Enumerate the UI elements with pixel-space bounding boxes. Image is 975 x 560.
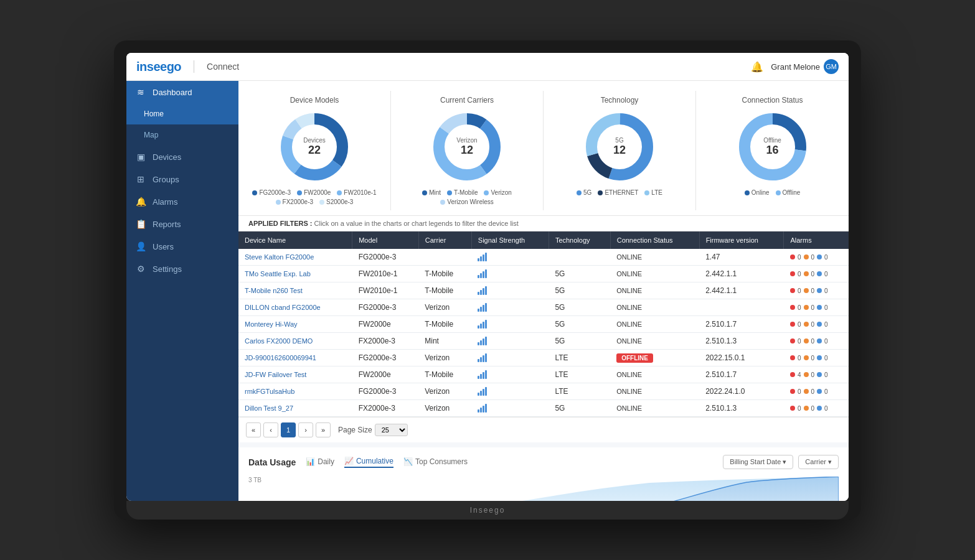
alarm-group: 0 bbox=[804, 338, 815, 345]
connection-legend: Online Offline bbox=[745, 189, 801, 196]
col-signal[interactable]: Signal Strength bbox=[471, 231, 549, 249]
cell-signal bbox=[471, 333, 549, 350]
carrier-filter-btn[interactable]: Carrier ▾ bbox=[798, 455, 839, 469]
device-link-6[interactable]: JD-9900162600069941 bbox=[245, 354, 316, 362]
cell-firmware: 2.442.1.1 bbox=[699, 282, 784, 299]
col-model[interactable]: Model bbox=[352, 231, 419, 249]
status-badge-online: ONLINE bbox=[616, 404, 642, 412]
legend-tmobile[interactable]: T-Mobile bbox=[447, 189, 478, 196]
chart-carriers-title: Current Carriers bbox=[440, 96, 494, 105]
page-1-btn[interactable]: 1 bbox=[281, 422, 296, 437]
laptop-brand: Inseego bbox=[470, 506, 506, 515]
donut-connection: Offline 16 bbox=[735, 110, 810, 184]
billing-start-date-btn[interactable]: Billing Start Date ▾ bbox=[723, 455, 793, 469]
page-size-select[interactable]: 25 50 100 bbox=[375, 424, 408, 436]
user-info: Grant Melone GM bbox=[771, 59, 839, 74]
cell-model: FW2000e bbox=[352, 316, 419, 333]
device-link-9[interactable]: Dillon Test 9_27 bbox=[245, 404, 293, 412]
signal-bars bbox=[478, 404, 542, 413]
page-last-btn[interactable]: » bbox=[316, 422, 331, 437]
cell-technology bbox=[549, 249, 610, 266]
alarm-cell: 000 bbox=[790, 338, 842, 345]
device-link-5[interactable]: Carlos FX2000 DEMO bbox=[245, 337, 313, 345]
cell-carrier: Verizon bbox=[418, 299, 471, 316]
cell-carrier bbox=[418, 249, 471, 266]
signal-bars bbox=[478, 303, 542, 312]
device-link-2[interactable]: T-Mobile n260 Test bbox=[245, 287, 303, 294]
legend-fw2010e1[interactable]: FW2010e-1 bbox=[337, 189, 376, 196]
cell-alarms: 400 bbox=[784, 366, 849, 383]
col-technology[interactable]: Technology bbox=[549, 231, 610, 249]
legend-s2000e3[interactable]: S2000e-3 bbox=[319, 198, 353, 205]
legend-fg2000e3[interactable]: FG2000e-3 bbox=[252, 189, 291, 196]
col-device-name[interactable]: Device Name bbox=[238, 231, 352, 249]
page-prev-btn[interactable]: ‹ bbox=[263, 422, 278, 437]
col-carrier[interactable]: Carrier bbox=[418, 231, 471, 249]
legend-ethernet[interactable]: ETHERNET bbox=[598, 189, 638, 196]
cell-technology: 5G bbox=[549, 299, 610, 316]
legend-verizon[interactable]: Verizon bbox=[484, 189, 511, 196]
legend-lte[interactable]: LTE bbox=[644, 189, 662, 196]
col-connection[interactable]: Connection Status bbox=[610, 231, 699, 249]
device-link-4[interactable]: Monterey Hi-Way bbox=[245, 320, 298, 328]
alarm-group: 0 bbox=[790, 388, 801, 395]
legend-fw2000e[interactable]: FW2000e bbox=[297, 189, 331, 196]
data-usage-title: Data Usage bbox=[248, 457, 296, 467]
cell-carrier: T-Mobile bbox=[418, 266, 471, 282]
legend-offline[interactable]: Offline bbox=[776, 189, 801, 196]
table-row: Steve Kalton FG2000e FG2000e-3 ONLINE 1.… bbox=[238, 249, 849, 266]
cell-signal bbox=[471, 316, 549, 333]
cell-status: ONLINE bbox=[610, 400, 699, 417]
alarm-group: 0 bbox=[817, 254, 828, 261]
sidebar-item-dashboard[interactable]: ≋ Dashboard bbox=[126, 81, 238, 103]
chart-carriers: Current Carriers Verizon bbox=[391, 91, 544, 210]
sidebar-item-devices[interactable]: ▣ Devices bbox=[126, 146, 238, 168]
sidebar-label-dashboard: Dashboard bbox=[153, 88, 192, 97]
col-alarms[interactable]: Alarms bbox=[784, 231, 849, 249]
signal-bars bbox=[478, 253, 542, 261]
device-link-7[interactable]: JD-FW Failover Test bbox=[245, 371, 306, 378]
device-link-8[interactable]: rmkFGTulsaHub bbox=[245, 388, 294, 395]
table-row: DILLON cband FG2000e FG2000e-3 Verizon 5… bbox=[238, 299, 849, 316]
sidebar-item-settings[interactable]: ⚙ Settings bbox=[126, 258, 238, 280]
app-layout: ≋ Dashboard Home Map ▣ Devices ⊞ Groups bbox=[126, 81, 849, 501]
top-consumers-label: Top Consumers bbox=[415, 457, 468, 466]
device-link-0[interactable]: Steve Kalton FG2000e bbox=[245, 253, 314, 261]
sidebar-item-home[interactable]: Home bbox=[126, 103, 238, 124]
tab-cumulative[interactable]: 📈 Cumulative bbox=[344, 457, 393, 468]
tab-daily[interactable]: 📊 Daily bbox=[306, 457, 334, 467]
col-firmware[interactable]: Firmware version bbox=[699, 231, 784, 249]
area-chart bbox=[270, 477, 839, 501]
device-link-1[interactable]: TMo Seattle Exp. Lab bbox=[245, 270, 311, 278]
page-next-btn[interactable]: › bbox=[298, 422, 313, 437]
table-row: JD-FW Failover Test FW2000e T-Mobile LTE… bbox=[238, 366, 849, 383]
legend-online[interactable]: Online bbox=[745, 189, 770, 196]
legend-mint[interactable]: Mint bbox=[422, 189, 441, 196]
signal-bars bbox=[478, 337, 542, 345]
device-link-3[interactable]: DILLON cband FG2000e bbox=[245, 304, 321, 311]
sidebar-item-map[interactable]: Map bbox=[126, 124, 238, 146]
sidebar-item-reports[interactable]: 📋 Reports bbox=[126, 213, 238, 235]
bell-icon[interactable]: 🔔 bbox=[751, 61, 763, 73]
sidebar-item-alarms[interactable]: 🔔 Alarms bbox=[126, 190, 238, 213]
legend-5g[interactable]: 5G bbox=[577, 189, 591, 196]
legend-verizon-wireless[interactable]: Verizon Wireless bbox=[440, 198, 493, 205]
device-models-legend: FG2000e-3 FW2000e FW2010e-1 FX2000e-3 S2… bbox=[248, 189, 380, 205]
cell-firmware: 2.510.1.7 bbox=[699, 366, 784, 383]
donut-device-models: Devices 22 bbox=[277, 110, 352, 184]
sidebar-item-users[interactable]: 👤 Users bbox=[126, 235, 238, 258]
alarms-icon: 🔔 bbox=[135, 197, 146, 207]
data-usage-section: Data Usage 📊 Daily 📈 Cumulative bbox=[238, 447, 849, 501]
tab-top-consumers[interactable]: 📉 Top Consumers bbox=[403, 457, 468, 467]
sidebar-item-groups[interactable]: ⊞ Groups bbox=[126, 168, 238, 190]
legend-fx2000e3[interactable]: FX2000e-3 bbox=[276, 198, 313, 205]
carriers-legend: Mint T-Mobile Verizon Verizon Wireless bbox=[401, 189, 533, 205]
cell-status: ONLINE bbox=[610, 333, 699, 350]
cell-firmware: 2.510.1.3 bbox=[699, 400, 784, 417]
alarm-group: 0 bbox=[790, 405, 801, 412]
page-first-btn[interactable]: « bbox=[246, 422, 261, 437]
chart-technology: Technology 5G 12 bbox=[544, 91, 696, 210]
alarm-cell: 000 bbox=[790, 254, 842, 261]
signal-bars bbox=[478, 387, 542, 396]
charts-row: Device Models bbox=[238, 81, 849, 216]
